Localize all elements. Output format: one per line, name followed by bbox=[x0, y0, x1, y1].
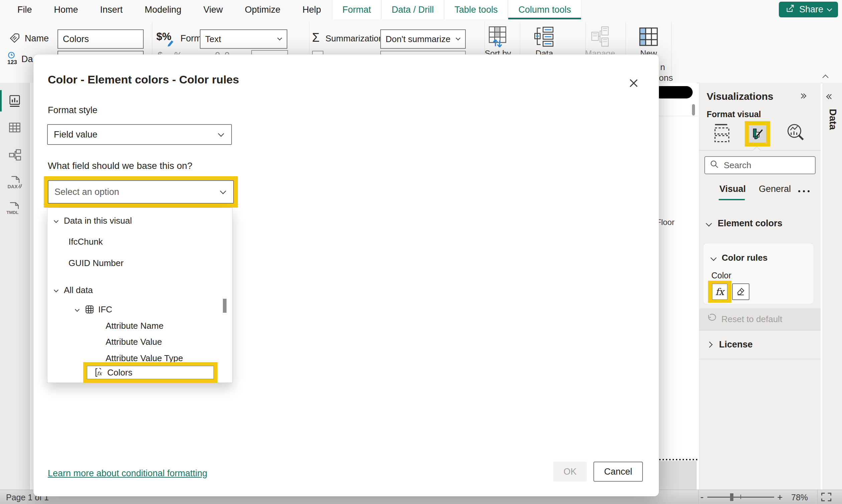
tree-table-ifc[interactable]: IFC bbox=[48, 301, 232, 318]
data-groups-icon[interactable] bbox=[534, 25, 555, 49]
chevron-down-icon bbox=[218, 130, 224, 137]
calculated-column-fx-icon: fx bbox=[94, 367, 103, 378]
format-select[interactable]: Text bbox=[200, 29, 287, 49]
format-visual-icon[interactable] bbox=[749, 125, 766, 143]
format-style-select[interactable]: Field value bbox=[47, 124, 232, 145]
sort-by-column-icon[interactable] bbox=[487, 25, 508, 49]
fx-button-highlight: fx bbox=[708, 281, 732, 303]
visualizations-pane: Visualizations Format visual bbox=[699, 83, 821, 490]
manage-relationships-icon[interactable] bbox=[590, 25, 611, 49]
summarization-select[interactable]: Don't summarize bbox=[380, 29, 466, 49]
license-section[interactable]: License bbox=[699, 330, 821, 359]
tree-field-guid-number[interactable]: GUID Number bbox=[48, 255, 232, 271]
zoom-out-button[interactable]: - bbox=[700, 491, 704, 503]
format-select-chevron-icon bbox=[277, 36, 282, 40]
tree-item-label: Attribute Value bbox=[106, 337, 162, 347]
sigma-icon: Σ bbox=[312, 31, 320, 45]
collapse-pane-chevrons-icon[interactable] bbox=[801, 94, 806, 98]
new-column-icon[interactable] bbox=[638, 25, 659, 49]
model-view-icon[interactable] bbox=[9, 149, 21, 162]
tab-visual[interactable]: Visual bbox=[719, 184, 746, 194]
format-select-value: Text bbox=[205, 34, 221, 44]
visualizations-title: Visualizations bbox=[707, 91, 773, 102]
tree-group-all-data[interactable]: All data bbox=[48, 282, 232, 298]
more-options-icon[interactable] bbox=[798, 190, 800, 192]
field-selector-combobox[interactable]: Select an option bbox=[48, 180, 234, 203]
canvas-background-area bbox=[659, 461, 697, 490]
tmdl-view-icon[interactable]: TMDL bbox=[6, 202, 23, 218]
menu-optimize[interactable]: Optimize bbox=[234, 0, 292, 19]
fit-to-page-icon[interactable] bbox=[821, 492, 832, 504]
fx-conditional-formatting-button[interactable]: fx bbox=[712, 284, 727, 300]
expand-data-pane-chevrons-icon[interactable] bbox=[828, 95, 833, 98]
format-pencil-icon bbox=[167, 39, 174, 49]
rename-tag-icon bbox=[9, 32, 21, 46]
format-style-value: Field value bbox=[54, 129, 98, 140]
field-selector-placeholder: Select an option bbox=[54, 187, 119, 197]
report-view-icon[interactable] bbox=[9, 95, 21, 109]
field-selector-highlight: Select an option bbox=[44, 176, 238, 208]
cancel-button[interactable]: Cancel bbox=[594, 462, 643, 482]
menu-modeling[interactable]: Modeling bbox=[134, 0, 192, 19]
svg-text:fx: fx bbox=[97, 371, 102, 377]
zoom-percentage[interactable]: 78% bbox=[791, 493, 808, 502]
chevron-down-icon bbox=[220, 188, 226, 194]
summarization-label: Summarization bbox=[325, 33, 383, 44]
summarization-select-value: Don't summarize bbox=[385, 34, 450, 44]
color-rules-label: Color rules bbox=[722, 253, 768, 263]
canvas-black-pill[interactable] bbox=[654, 86, 693, 98]
remove-conditional-formatting-button[interactable] bbox=[732, 283, 750, 300]
data-type-label-partial: Da bbox=[21, 54, 33, 65]
data-pane-label: Data bbox=[827, 109, 838, 130]
learn-more-link[interactable]: Learn more about conditional formatting bbox=[48, 468, 207, 479]
tree-item-label: GUID Number bbox=[69, 258, 124, 268]
analytics-icon[interactable] bbox=[786, 122, 806, 144]
active-tab-notch bbox=[753, 146, 761, 154]
zoom-in-button[interactable]: + bbox=[777, 492, 783, 503]
tab-format[interactable]: Format bbox=[332, 0, 382, 19]
chevron-right-icon bbox=[706, 341, 712, 347]
data-type-clock-icon: 123 bbox=[6, 51, 19, 68]
visual-scrollbar[interactable] bbox=[692, 104, 695, 115]
collapse-ribbon-chevron-icon[interactable] bbox=[822, 74, 828, 80]
reset-to-default-button[interactable]: Reset to default bbox=[699, 308, 821, 330]
field-dropdown-list: Data in this visual IfcChunk GUID Number… bbox=[47, 208, 233, 383]
menu-file[interactable]: File bbox=[0, 0, 43, 19]
format-search-box[interactable]: Search bbox=[704, 156, 815, 174]
menu-view[interactable]: View bbox=[192, 0, 234, 19]
menu-help[interactable]: Help bbox=[291, 0, 332, 19]
active-view-indicator bbox=[0, 90, 2, 111]
build-visual-icon[interactable] bbox=[714, 123, 732, 145]
table-view-icon[interactable] bbox=[9, 122, 21, 135]
tree-group-data-in-this-visual[interactable]: Data in this visual bbox=[48, 213, 232, 229]
menu-insert[interactable]: Insert bbox=[89, 0, 134, 19]
active-tab-underline bbox=[719, 199, 745, 200]
menu-home[interactable]: Home bbox=[43, 0, 89, 19]
table-icon bbox=[85, 305, 94, 314]
tree-item-label: All data bbox=[64, 285, 93, 295]
element-colors-label: Element colors bbox=[718, 218, 783, 229]
summarization-select-chevron-icon bbox=[456, 36, 460, 40]
zoom-slider-center-tick bbox=[740, 494, 741, 499]
tree-column-attribute-name[interactable]: Attribute Name bbox=[48, 318, 232, 334]
dropdown-scrollbar-thumb[interactable] bbox=[223, 299, 226, 313]
tree-column-colors[interactable]: fx Colors bbox=[87, 366, 214, 379]
element-colors-section[interactable]: Element colors bbox=[707, 218, 783, 229]
color-rules-header[interactable]: Color rules bbox=[711, 253, 768, 263]
name-input[interactable]: Colors bbox=[57, 29, 144, 49]
share-button[interactable]: Share bbox=[779, 2, 838, 17]
tree-field-ifcchunk[interactable]: IfcChunk bbox=[48, 234, 232, 250]
tab-general[interactable]: General bbox=[759, 184, 791, 194]
powerbi-window: File Home Insert Modeling View Optimize … bbox=[0, 0, 842, 504]
colors-item-highlight: fx Colors bbox=[83, 362, 218, 383]
zoom-slider-thumb[interactable] bbox=[730, 493, 734, 501]
dax-query-view-icon[interactable]: DAX bbox=[7, 176, 23, 192]
tree-column-attribute-value[interactable]: Attribute Value bbox=[48, 334, 232, 350]
share-label: Share bbox=[799, 4, 823, 15]
tab-column-tools[interactable]: Column tools bbox=[508, 0, 581, 19]
tab-data-drill[interactable]: Data / Drill bbox=[381, 0, 444, 19]
ok-button[interactable]: OK bbox=[553, 462, 587, 482]
tab-table-tools[interactable]: Table tools bbox=[444, 0, 508, 19]
dialog-close-button[interactable] bbox=[628, 77, 639, 89]
tree-item-label: IfcChunk bbox=[69, 237, 103, 247]
